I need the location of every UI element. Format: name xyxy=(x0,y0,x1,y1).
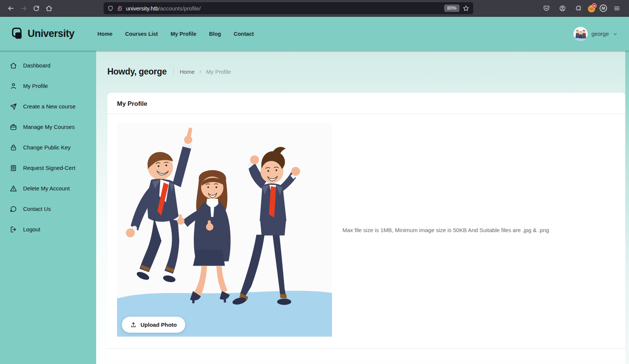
lock-icon xyxy=(10,144,17,151)
chat-icon xyxy=(10,205,17,213)
logout-icon xyxy=(10,226,17,233)
chevron-down-icon xyxy=(613,31,618,37)
back-icon[interactable] xyxy=(4,2,17,15)
warning-icon xyxy=(10,185,17,192)
profile-photo: Upload Photo xyxy=(117,123,332,337)
divider xyxy=(173,67,174,76)
brand-logo[interactable]: University xyxy=(11,28,75,40)
account-icon[interactable] xyxy=(556,2,569,15)
nav-my-profile[interactable]: My Profile xyxy=(171,31,196,37)
insecure-lock-icon[interactable] xyxy=(117,5,123,12)
nav-home[interactable]: Home xyxy=(98,31,113,37)
document-icon xyxy=(10,164,17,172)
bookmark-star-icon[interactable] xyxy=(462,5,470,12)
upload-icon xyxy=(130,322,137,328)
send-icon xyxy=(10,103,17,110)
site-header: University Home Courses List My Profile … xyxy=(0,17,629,51)
proxy-extension-icon[interactable] xyxy=(588,4,596,12)
main-nav: Home Courses List My Profile Blog Contac… xyxy=(98,31,254,37)
breadcrumb-home[interactable]: Home xyxy=(180,69,195,75)
breadcrumb-current: My Profile xyxy=(206,69,231,75)
menu-hamburger-icon[interactable] xyxy=(610,2,623,15)
breadcrumb: Home My Profile xyxy=(180,69,231,75)
main-content: Howdy, george Home My Profile My Profile xyxy=(96,51,629,364)
user-name: george xyxy=(591,31,609,37)
sidebar-item-my-profile[interactable]: My Profile xyxy=(0,76,96,96)
sidebar-item-request-signed-cert[interactable]: Request Signed-Cert xyxy=(0,158,96,178)
user-icon xyxy=(10,82,17,90)
nav-courses-list[interactable]: Courses List xyxy=(125,31,158,37)
m-extension-icon[interactable]: M xyxy=(600,4,607,12)
user-menu[interactable]: george xyxy=(573,27,618,41)
home-icon xyxy=(10,62,17,69)
page-title: Howdy, george xyxy=(107,67,167,77)
sidebar-item-delete-account[interactable]: Delete My Account xyxy=(0,178,96,199)
zoom-level-badge[interactable]: 80% xyxy=(444,4,459,12)
brand-name: University xyxy=(28,28,75,39)
url-text[interactable]: university.htb/accounts/profile/ xyxy=(126,5,201,12)
avatar xyxy=(573,27,588,41)
team-illustration xyxy=(117,123,332,337)
shield-icon[interactable] xyxy=(107,5,114,12)
url-bar[interactable]: university.htb/accounts/profile/ 80% xyxy=(104,2,473,14)
forward-icon[interactable] xyxy=(17,2,30,15)
sidebar-item-create-course[interactable]: Create a New course xyxy=(0,96,96,117)
sidebar-item-logout[interactable]: Logout xyxy=(0,219,96,240)
dashed-divider-bottom xyxy=(107,348,625,349)
browser-home-icon[interactable] xyxy=(42,2,55,15)
upload-photo-button[interactable]: Upload Photo xyxy=(122,317,185,333)
reload-icon[interactable] xyxy=(30,2,42,15)
briefcase-icon xyxy=(10,123,17,131)
card-title: My Profile xyxy=(117,100,616,108)
sidebar-item-contact-us[interactable]: Contact Us xyxy=(0,199,96,219)
file-size-hint: Max file size is 1MB, Minimum image size… xyxy=(342,227,549,233)
sidebar: Dashboard My Profile Create a New course… xyxy=(0,51,96,364)
sidebar-item-manage-courses[interactable]: Manage My Courses xyxy=(0,117,96,137)
university-logo-icon xyxy=(11,28,24,40)
sidebar-item-change-public-key[interactable]: Change Public Key xyxy=(0,137,96,158)
profile-card: My Profile xyxy=(107,93,625,361)
browser-toolbar: university.htb/accounts/profile/ 80% M xyxy=(0,0,629,17)
extensions-puzzle-icon[interactable] xyxy=(572,2,585,15)
nav-blog[interactable]: Blog xyxy=(209,31,221,37)
sidebar-item-dashboard[interactable]: Dashboard xyxy=(0,55,96,76)
nav-contact[interactable]: Contact xyxy=(234,31,254,37)
chevron-right-icon xyxy=(198,69,203,74)
pocket-icon[interactable] xyxy=(540,2,553,15)
